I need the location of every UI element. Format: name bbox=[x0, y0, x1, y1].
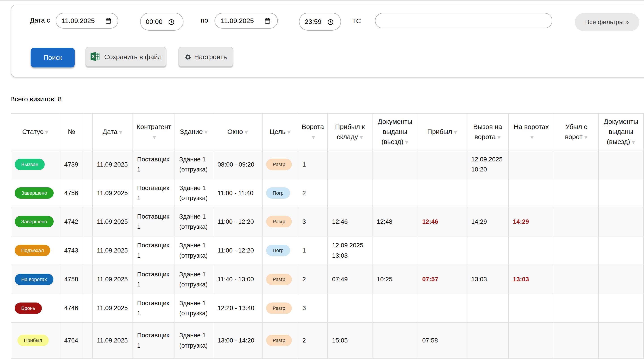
svg-text:X: X bbox=[92, 54, 95, 59]
